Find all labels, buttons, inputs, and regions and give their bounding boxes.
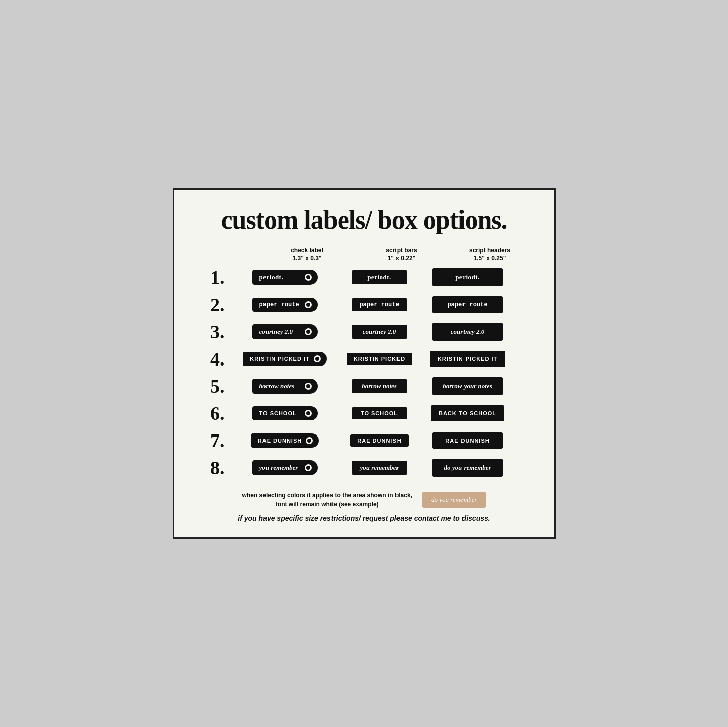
table-row: 1.periodt.periodt.periodt. [194, 266, 534, 288]
script-bar-wrap: you remember [336, 461, 424, 475]
table-row: 6.TO SCHOOLTO SCHOOLBACK TO SCHOOL [194, 402, 534, 424]
row-number: 2. [194, 294, 235, 316]
col-header-2: script bars 1" x 0.22" [358, 247, 446, 262]
row-number: 3. [194, 321, 235, 343]
check-label-text: periodt. [259, 273, 301, 281]
check-circle-icon [314, 355, 321, 362]
check-circle-icon [305, 301, 312, 308]
check-label-wrap: TO SCHOOL [235, 406, 336, 420]
table-row: 4.KRISTIN PICKED ITKRISTIN PICKEDKRISTIN… [194, 348, 534, 370]
script-bar-wrap: borrow notes [336, 379, 424, 393]
check-label: KRISTIN PICKED IT [243, 352, 326, 366]
table-row: 3.courtney 2.0courtney 2.0courtney 2.0 [194, 321, 534, 343]
script-header: do you remember [432, 459, 503, 477]
check-label-wrap: KRISTIN PICKED IT [235, 352, 336, 366]
row-number: 8. [194, 457, 235, 479]
script-bar: courtney 2.0 [352, 325, 407, 339]
row-number: 5. [194, 375, 235, 397]
script-bar-wrap: TO SCHOOL [336, 407, 424, 419]
script-header-wrap: courtney 2.0 [424, 323, 512, 341]
check-label: paper route [252, 298, 318, 312]
check-label: TO SCHOOL [252, 406, 318, 420]
script-header: BACK TO SCHOOL [431, 405, 504, 421]
footer-bottom: if you have specific size restrictions/ … [194, 514, 534, 522]
script-header-wrap: periodt. [424, 268, 512, 286]
script-bar: you remember [352, 461, 407, 475]
script-bar: RAE DUNNISH [350, 434, 408, 447]
script-bar-wrap: paper route [336, 298, 424, 311]
script-header: borrow your notes [432, 377, 503, 395]
table-row: 5.borrow notesborrow notesborrow your no… [194, 375, 534, 397]
check-label-text: KRISTIN PICKED IT [250, 356, 309, 362]
script-header: KRISTIN PICKED IT [430, 351, 505, 367]
example-badge: do you remember [422, 492, 486, 508]
script-bar-wrap: periodt. [336, 270, 424, 284]
check-label-text: borrow notes [259, 382, 301, 390]
script-header: courtney 2.0 [432, 323, 503, 341]
row-number: 7. [194, 429, 235, 452]
col-header-1: check label 1.3" x 0.3" [257, 247, 358, 262]
script-header-wrap: KRISTIN PICKED IT [424, 351, 512, 367]
script-header-wrap: paper route [424, 296, 512, 313]
script-header-wrap: RAE DUNNISH [424, 432, 512, 449]
check-label: periodt. [252, 270, 318, 285]
footer: when selecting colors it applies to the … [194, 491, 534, 522]
script-bar: TO SCHOOL [352, 407, 407, 419]
page-title: custom labels/ box options. [194, 205, 534, 235]
check-label: courtney 2.0 [252, 324, 318, 339]
check-circle-icon [306, 437, 313, 444]
check-circle-icon [305, 410, 312, 417]
check-label-text: paper route [259, 301, 301, 308]
card: custom labels/ box options. check label … [173, 188, 556, 539]
script-bar: KRISTIN PICKED [347, 353, 413, 365]
check-label-wrap: paper route [235, 298, 336, 312]
check-circle-icon [305, 328, 312, 335]
check-label: borrow notes [252, 379, 318, 394]
check-label-text: courtney 2.0 [259, 328, 301, 336]
check-label-text: TO SCHOOL [259, 410, 301, 416]
check-label-text: you remember [259, 464, 301, 472]
script-bar: borrow notes [352, 379, 407, 393]
check-label-wrap: courtney 2.0 [235, 324, 336, 339]
check-label-wrap: periodt. [235, 270, 336, 285]
check-label-wrap: RAE DUNNISH [235, 433, 336, 448]
footer-note: when selecting colors it applies to the … [242, 491, 412, 509]
col-header-3: script headers 1.5" x 0.25" [446, 247, 534, 262]
script-bar: paper route [352, 298, 407, 311]
check-label-wrap: you remember [235, 460, 336, 475]
row-number: 6. [194, 402, 235, 424]
check-label-text: RAE DUNNISH [258, 438, 302, 444]
table-row: 8.you rememberyou rememberdo you remembe… [194, 457, 534, 479]
script-bar-wrap: KRISTIN PICKED [336, 353, 424, 365]
table-row: 2.paper routepaper routepaper route [194, 294, 534, 316]
script-header-wrap: borrow your notes [424, 377, 512, 395]
script-bar-wrap: courtney 2.0 [336, 325, 424, 339]
check-circle-icon [305, 464, 312, 471]
script-header: periodt. [432, 268, 503, 286]
label-rows: 1.periodt.periodt.periodt.2.paper routep… [194, 266, 534, 479]
script-header: paper route [432, 296, 503, 313]
script-bar: periodt. [352, 270, 407, 284]
check-label: you remember [252, 460, 318, 475]
script-bar-wrap: RAE DUNNISH [336, 434, 424, 447]
script-header: RAE DUNNISH [432, 432, 503, 449]
script-header-wrap: do you remember [424, 459, 512, 477]
check-label-wrap: borrow notes [235, 379, 336, 394]
row-number: 4. [194, 348, 235, 370]
check-circle-icon [305, 274, 312, 281]
script-header-wrap: BACK TO SCHOOL [424, 405, 512, 421]
column-headers: check label 1.3" x 0.3" script bars 1" x… [194, 247, 534, 262]
table-row: 7.RAE DUNNISHRAE DUNNISHRAE DUNNISH [194, 429, 534, 452]
check-circle-icon [305, 383, 312, 390]
row-number: 1. [194, 266, 235, 288]
check-label: RAE DUNNISH [251, 433, 319, 448]
